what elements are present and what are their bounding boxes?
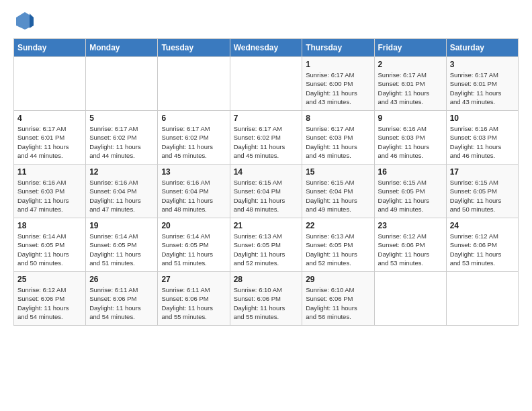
calendar-week-row: 25Sunrise: 6:12 AM Sunset: 6:06 PM Dayli… [14,272,519,326]
column-header-friday: Friday [374,39,446,57]
day-number: 11 [17,167,82,177]
calendar-cell: 9Sunrise: 6:16 AM Sunset: 6:03 PM Daylig… [374,111,446,165]
calendar-week-row: 4Sunrise: 6:17 AM Sunset: 6:01 PM Daylig… [14,111,519,165]
calendar-cell: 28Sunrise: 6:10 AM Sunset: 6:06 PM Dayli… [230,272,302,326]
calendar-cell: 29Sunrise: 6:10 AM Sunset: 6:06 PM Dayli… [302,272,374,326]
calendar-cell: 1Sunrise: 6:17 AM Sunset: 6:00 PM Daylig… [302,57,374,111]
day-number: 27 [161,275,226,284]
day-number: 3 [450,60,515,69]
calendar-week-row: 18Sunrise: 6:14 AM Sunset: 6:05 PM Dayli… [14,218,519,272]
calendar-cell: 14Sunrise: 6:15 AM Sunset: 6:04 PM Dayli… [230,165,302,218]
day-number: 23 [378,221,443,230]
day-number: 10 [450,113,515,123]
logo-icon [15,11,35,31]
day-info: Sunrise: 6:16 AM Sunset: 6:04 PM Dayligh… [161,178,226,214]
day-info: Sunrise: 6:16 AM Sunset: 6:03 PM Dayligh… [450,124,515,160]
calendar-cell: 8Sunrise: 6:17 AM Sunset: 6:03 PM Daylig… [302,111,374,165]
calendar-cell: 20Sunrise: 6:14 AM Sunset: 6:05 PM Dayli… [158,218,230,272]
day-number: 14 [234,167,299,177]
day-info: Sunrise: 6:16 AM Sunset: 6:03 PM Dayligh… [17,178,82,214]
column-header-thursday: Thursday [302,39,374,57]
day-info: Sunrise: 6:14 AM Sunset: 6:05 PM Dayligh… [17,232,82,267]
day-info: Sunrise: 6:17 AM Sunset: 6:01 PM Dayligh… [17,124,82,160]
day-info: Sunrise: 6:17 AM Sunset: 6:03 PM Dayligh… [306,124,370,160]
day-number: 4 [17,113,82,123]
calendar-cell: 22Sunrise: 6:13 AM Sunset: 6:05 PM Dayli… [302,218,374,272]
calendar-cell: 26Sunrise: 6:11 AM Sunset: 6:06 PM Dayli… [86,272,158,326]
day-number: 15 [306,167,370,177]
day-info: Sunrise: 6:15 AM Sunset: 6:04 PM Dayligh… [234,178,299,214]
day-number: 24 [450,221,515,230]
day-info: Sunrise: 6:17 AM Sunset: 6:00 PM Dayligh… [306,71,370,106]
day-info: Sunrise: 6:17 AM Sunset: 6:02 PM Dayligh… [234,124,299,160]
svg-marker-1 [30,13,34,28]
day-number: 9 [378,113,443,123]
calendar-cell [374,272,446,326]
day-info: Sunrise: 6:14 AM Sunset: 6:05 PM Dayligh… [161,232,226,267]
calendar-cell: 10Sunrise: 6:16 AM Sunset: 6:03 PM Dayli… [446,111,518,165]
day-info: Sunrise: 6:10 AM Sunset: 6:06 PM Dayligh… [306,285,370,321]
column-header-saturday: Saturday [446,39,518,57]
day-number: 25 [17,275,82,284]
day-number: 29 [306,275,370,284]
day-info: Sunrise: 6:11 AM Sunset: 6:06 PM Dayligh… [89,285,154,321]
day-info: Sunrise: 6:10 AM Sunset: 6:06 PM Dayligh… [234,285,299,321]
calendar-cell: 2Sunrise: 6:17 AM Sunset: 6:01 PM Daylig… [374,57,446,111]
calendar-cell: 24Sunrise: 6:12 AM Sunset: 6:06 PM Dayli… [446,218,518,272]
calendar-cell: 18Sunrise: 6:14 AM Sunset: 6:05 PM Dayli… [14,218,86,272]
calendar-cell [446,272,518,326]
day-number: 13 [161,167,226,177]
day-number: 16 [378,167,443,177]
day-number: 21 [234,221,299,230]
calendar-week-row: 11Sunrise: 6:16 AM Sunset: 6:03 PM Dayli… [14,165,519,218]
calendar-cell: 4Sunrise: 6:17 AM Sunset: 6:01 PM Daylig… [14,111,86,165]
day-info: Sunrise: 6:12 AM Sunset: 6:06 PM Dayligh… [17,285,82,321]
calendar-cell: 5Sunrise: 6:17 AM Sunset: 6:02 PM Daylig… [86,111,158,165]
day-number: 26 [89,275,154,284]
calendar-cell: 6Sunrise: 6:17 AM Sunset: 6:02 PM Daylig… [158,111,230,165]
day-number: 8 [306,113,370,123]
calendar-cell [230,57,302,111]
day-info: Sunrise: 6:15 AM Sunset: 6:04 PM Dayligh… [306,178,370,214]
day-info: Sunrise: 6:13 AM Sunset: 6:05 PM Dayligh… [234,232,299,267]
day-info: Sunrise: 6:17 AM Sunset: 6:02 PM Dayligh… [161,124,226,160]
day-info: Sunrise: 6:11 AM Sunset: 6:06 PM Dayligh… [161,285,226,321]
day-info: Sunrise: 6:16 AM Sunset: 6:03 PM Dayligh… [378,124,443,160]
column-header-tuesday: Tuesday [158,39,230,57]
calendar-cell: 21Sunrise: 6:13 AM Sunset: 6:05 PM Dayli… [230,218,302,272]
calendar-cell: 23Sunrise: 6:12 AM Sunset: 6:06 PM Dayli… [374,218,446,272]
calendar-cell: 13Sunrise: 6:16 AM Sunset: 6:04 PM Dayli… [158,165,230,218]
day-info: Sunrise: 6:16 AM Sunset: 6:04 PM Dayligh… [89,178,154,214]
day-number: 6 [161,113,226,123]
day-info: Sunrise: 6:15 AM Sunset: 6:05 PM Dayligh… [450,178,515,214]
day-number: 5 [89,113,154,123]
calendar-cell: 12Sunrise: 6:16 AM Sunset: 6:04 PM Dayli… [86,165,158,218]
day-info: Sunrise: 6:12 AM Sunset: 6:06 PM Dayligh… [378,232,443,267]
calendar-cell: 7Sunrise: 6:17 AM Sunset: 6:02 PM Daylig… [230,111,302,165]
calendar-cell: 15Sunrise: 6:15 AM Sunset: 6:04 PM Dayli… [302,165,374,218]
calendar-week-row: 1Sunrise: 6:17 AM Sunset: 6:00 PM Daylig… [14,57,519,111]
calendar-cell: 11Sunrise: 6:16 AM Sunset: 6:03 PM Dayli… [14,165,86,218]
calendar-cell [86,57,158,111]
day-info: Sunrise: 6:13 AM Sunset: 6:05 PM Dayligh… [306,232,370,267]
calendar-body: 1Sunrise: 6:17 AM Sunset: 6:00 PM Daylig… [14,57,519,326]
day-info: Sunrise: 6:15 AM Sunset: 6:05 PM Dayligh… [378,178,443,214]
day-number: 28 [234,275,299,284]
page-header [13,11,519,32]
calendar-header-row: SundayMondayTuesdayWednesdayThursdayFrid… [14,39,519,57]
logo [13,11,35,32]
calendar-cell [14,57,86,111]
day-info: Sunrise: 6:17 AM Sunset: 6:01 PM Dayligh… [378,71,443,106]
day-info: Sunrise: 6:12 AM Sunset: 6:06 PM Dayligh… [450,232,515,267]
day-number: 17 [450,167,515,177]
column-header-monday: Monday [86,39,158,57]
calendar-cell [158,57,230,111]
calendar-cell: 3Sunrise: 6:17 AM Sunset: 6:01 PM Daylig… [446,57,518,111]
column-header-wednesday: Wednesday [230,39,302,57]
day-number: 12 [89,167,154,177]
day-number: 22 [306,221,370,230]
calendar-cell: 16Sunrise: 6:15 AM Sunset: 6:05 PM Dayli… [374,165,446,218]
calendar-cell: 17Sunrise: 6:15 AM Sunset: 6:05 PM Dayli… [446,165,518,218]
day-number: 1 [306,60,370,69]
day-number: 18 [17,221,82,230]
